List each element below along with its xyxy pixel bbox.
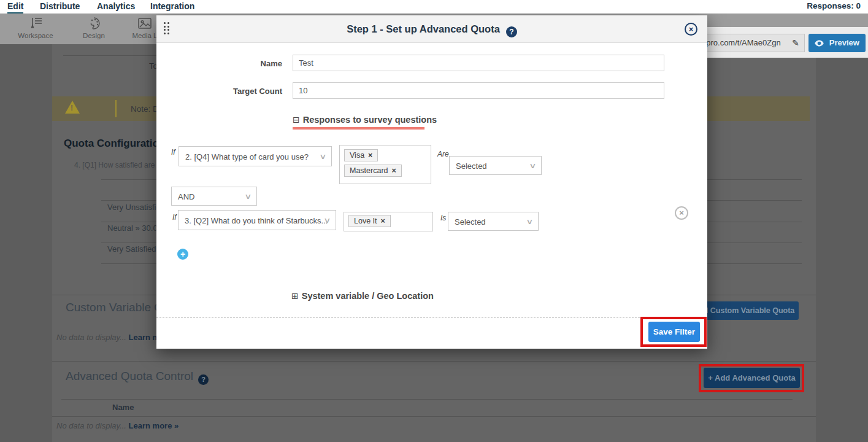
nav-tab-distribute[interactable]: Distribute bbox=[40, 0, 80, 14]
preview-button-label: Preview bbox=[829, 38, 859, 47]
expand-icon[interactable]: ⊞ bbox=[291, 291, 299, 301]
no-data-label: No data to display... bbox=[56, 333, 126, 342]
preview-button[interactable]: Preview bbox=[808, 34, 866, 52]
warning-triangle-icon: ! bbox=[65, 101, 80, 114]
condition-if-label: If bbox=[172, 213, 177, 222]
table-divider bbox=[61, 399, 793, 400]
answer-chip-label: Visa bbox=[350, 151, 364, 160]
workspace-icon bbox=[8, 16, 63, 31]
responses-section-toggle[interactable]: ⊟Responses to survey questions bbox=[293, 115, 437, 125]
modal-title-text: Step 1 - Set up Advanced Quota bbox=[347, 23, 500, 34]
footer-divider bbox=[156, 317, 707, 318]
answer-chip-label: Mastercard bbox=[350, 166, 388, 175]
answer-chips-2[interactable]: Love It× bbox=[344, 212, 433, 231]
note-divider bbox=[115, 100, 117, 117]
advanced-quota-control-label: Advanced Quota Control bbox=[66, 370, 193, 382]
add-custom-variable-quota-button[interactable]: d Custom Variable Quota bbox=[699, 301, 799, 320]
quota-configuration-title: Quota Configuratio bbox=[64, 138, 159, 150]
nav-tab-edit[interactable]: Edit bbox=[7, 0, 23, 14]
operator-select-1-value: Selected bbox=[456, 161, 487, 171]
target-count-field-label: Target Count bbox=[156, 87, 282, 96]
custom-variable-quota-title: Custom Variable Q bbox=[66, 301, 163, 314]
chevron-down-icon: ∨ bbox=[526, 212, 533, 231]
table-divider bbox=[52, 416, 816, 417]
answer-chip-label: Love It bbox=[354, 217, 377, 225]
custom-no-data-text: No data to display... Learn mo bbox=[56, 333, 164, 342]
condition-if-label: If bbox=[171, 148, 175, 157]
system-variable-section-label: System variable / Geo Location bbox=[302, 291, 434, 301]
chip-remove-icon[interactable]: × bbox=[381, 217, 385, 225]
design-palette-icon bbox=[66, 16, 121, 31]
advanced-no-data-text: No data to display... Learn more » bbox=[56, 421, 179, 430]
advanced-quota-control-title: Advanced Quota Control? bbox=[66, 370, 209, 385]
modal-title: Step 1 - Set up Advanced Quota? bbox=[156, 15, 707, 43]
chevron-down-icon: ∨ bbox=[319, 147, 326, 166]
system-variable-section-toggle[interactable]: ⊞System variable / Geo Location bbox=[291, 291, 434, 301]
help-icon[interactable]: ? bbox=[198, 374, 209, 385]
toolbar-item-label: Workspace bbox=[8, 32, 63, 39]
toolbar-item-workspace[interactable]: Workspace bbox=[8, 16, 63, 39]
responses-count: Responses: 0 bbox=[807, 0, 861, 14]
chevron-down-icon: ∨ bbox=[529, 157, 536, 175]
nav-tab-analytics[interactable]: Analytics bbox=[97, 0, 135, 14]
survey-url-text: npro.com/t/AMae0Zgn bbox=[702, 38, 781, 47]
edit-url-pencil-icon[interactable]: ✎ bbox=[792, 34, 799, 52]
answer-chip: Visa× bbox=[344, 149, 378, 161]
question-select-1[interactable]: 2. [Q4] What type of card you use? ∨ bbox=[179, 146, 332, 166]
save-filter-button[interactable]: Save Filter bbox=[648, 322, 700, 342]
annotation-underline-responses bbox=[293, 127, 424, 130]
question-select-2-value: 3. [Q2] What do you think of Starbucks..… bbox=[185, 216, 328, 225]
nav-tab-integration[interactable]: Integration bbox=[150, 0, 194, 14]
name-field-label: Name bbox=[156, 59, 282, 68]
app-root: Edit Distribute Analytics Integration Re… bbox=[0, 0, 868, 442]
table-header-name: Name bbox=[112, 403, 134, 412]
section-divider bbox=[52, 361, 816, 362]
joiner-select-value: AND bbox=[178, 192, 194, 201]
chip-remove-icon[interactable]: × bbox=[368, 151, 372, 160]
responses-section-label: Responses to survey questions bbox=[303, 115, 437, 125]
name-field[interactable] bbox=[293, 55, 664, 71]
target-count-field[interactable] bbox=[293, 82, 664, 99]
no-data-label: No data to display... bbox=[56, 421, 126, 430]
operator-select-1[interactable]: Selected ∨ bbox=[449, 156, 542, 175]
quota-question-label: 4. [Q1] How satisfied are bbox=[74, 161, 155, 169]
operator-select-2-value: Selected bbox=[455, 217, 486, 227]
annotation-highlight-add-advanced-quota bbox=[699, 364, 804, 392]
question-select-1-value: 2. [Q4] What type of card you use? bbox=[185, 152, 309, 161]
remove-condition-icon[interactable]: × bbox=[675, 206, 688, 220]
chip-remove-icon[interactable]: × bbox=[392, 166, 396, 175]
answer-chip: Love It× bbox=[348, 215, 391, 227]
chevron-down-icon: ∨ bbox=[244, 187, 252, 206]
answer-chip: Mastercard× bbox=[344, 165, 402, 177]
toolbar-item-label: Design bbox=[66, 32, 121, 39]
help-icon[interactable]: ? bbox=[506, 26, 517, 37]
survey-url-field[interactable]: npro.com/t/AMae0Zgn ✎ bbox=[696, 34, 805, 52]
answer-chips-1[interactable]: Visa× Mastercard× bbox=[339, 145, 431, 184]
quota-row-label: Very Satisfied » bbox=[107, 244, 163, 254]
top-nav: Edit Distribute Analytics Integration Re… bbox=[0, 0, 868, 14]
question-select-2[interactable]: 3. [Q2] What do you think of Starbucks..… bbox=[178, 210, 336, 230]
joiner-select[interactable]: AND ∨ bbox=[171, 187, 257, 206]
learn-more-link[interactable]: Learn more » bbox=[129, 421, 179, 430]
toolbar-item-design[interactable]: Design bbox=[66, 16, 121, 39]
operator-select-2[interactable]: Selected ∨ bbox=[448, 212, 539, 231]
advanced-quota-modal: Step 1 - Set up Advanced Quota? × Name T… bbox=[156, 15, 707, 349]
chevron-down-icon: ∨ bbox=[323, 211, 331, 230]
eye-icon bbox=[815, 38, 827, 47]
collapse-icon[interactable]: ⊟ bbox=[293, 115, 300, 125]
add-condition-icon[interactable]: + bbox=[177, 249, 188, 260]
close-icon[interactable]: × bbox=[685, 23, 697, 36]
condition-are-label: Are bbox=[437, 150, 449, 158]
condition-is-label: Is bbox=[440, 214, 446, 222]
